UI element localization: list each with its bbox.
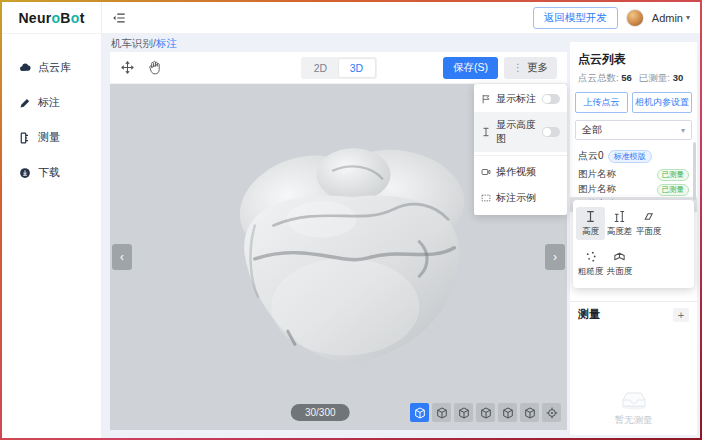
roughness-icon [584, 250, 597, 263]
cube-icon [502, 407, 514, 419]
add-measurement-button[interactable]: + [673, 308, 689, 322]
list-scrollbar[interactable] [693, 142, 696, 200]
viewer-toolbar: 2D 3D 保存(S) ⋮更多 [110, 52, 567, 84]
video-icon [481, 167, 491, 177]
cube-icon [436, 407, 448, 419]
sidebar-item-label: 点云库 [38, 60, 71, 75]
topbar-right: 返回模型开发 Admin▾ [533, 7, 690, 29]
menu-item-label: 标注示例 [496, 191, 536, 205]
view-cube-buttons [410, 403, 561, 422]
template-tag: 标准模版 [608, 150, 652, 163]
camera-intrinsics-button[interactable]: 相机内参设置 [632, 92, 692, 113]
top-bar: 返回模型开发 Admin▾ [102, 2, 700, 34]
image-counter: 30/300 [291, 404, 350, 421]
chevron-down-icon: ▾ [686, 13, 690, 22]
breadcrumb-current: 标注 [156, 37, 177, 49]
image-list-item[interactable]: 图片名称 已测量 [570, 182, 697, 197]
panel-title: 点云列表 [570, 42, 697, 72]
ruler-icon [19, 132, 31, 144]
main-column: 返回模型开发 Admin▾ 机车识别/标注 2D [102, 2, 700, 438]
workspace-column: 机车识别/标注 2D 3D 保存(S) [102, 34, 570, 438]
more-label: 更多 [527, 61, 548, 75]
menu-fold-icon[interactable] [112, 11, 126, 25]
height-icon [481, 127, 491, 137]
view-left-button[interactable] [476, 403, 495, 422]
sidebar-item-download[interactable]: 下载 [2, 155, 101, 190]
prev-image-arrow[interactable]: ‹ [112, 244, 132, 270]
tool-flatness[interactable]: 平面度 [634, 207, 663, 240]
user-menu[interactable]: Admin▾ [652, 12, 690, 24]
username: Admin [652, 12, 683, 24]
stat-total: 点云总数: 56 [578, 72, 632, 85]
menu-item-operation-video[interactable]: 操作视频 [474, 159, 567, 185]
tool-height-difference[interactable]: 高度差 [605, 207, 634, 240]
show-heightmap-toggle[interactable] [542, 127, 560, 137]
tooth-3d-model[interactable] [224, 132, 471, 371]
cube-icon [458, 407, 470, 419]
view-isometric-button[interactable] [410, 403, 429, 422]
logo-text: t [80, 10, 85, 26]
menu-item-label: 操作视频 [496, 165, 536, 179]
logo-text: Neur [18, 10, 51, 26]
measure-title: 测量 [578, 307, 600, 322]
empty-state: 暂无测量 [570, 327, 697, 435]
cube-icon [524, 407, 536, 419]
sidebar-item-label: 标注 [38, 95, 60, 110]
view-top-button[interactable] [520, 403, 539, 422]
image-list-item[interactable]: 图片名称 已测量 [570, 167, 697, 182]
locate-icon [546, 407, 558, 419]
menu-item-show-annotation[interactable]: 显示标注 [474, 86, 567, 112]
filter-select[interactable]: 全部 ▾ [575, 120, 692, 140]
brand-logo: NeuroBot [2, 2, 101, 34]
content-area: 机车识别/标注 2D 3D 保存(S) [102, 34, 700, 438]
logo-text: B [60, 10, 70, 26]
view-right-button[interactable] [498, 403, 517, 422]
frame-icon [481, 193, 491, 203]
logo-o-glyph: o [71, 10, 80, 26]
height-difference-icon [613, 210, 626, 223]
recenter-view-button[interactable] [542, 403, 561, 422]
logo-o-glyph: o [52, 10, 61, 26]
cloud-group-row[interactable]: 点云0 标准模版 [570, 147, 697, 167]
sidebar-item-measure[interactable]: 测量 [2, 120, 101, 155]
menu-item-label: 显示高度图 [496, 118, 537, 146]
avatar[interactable] [626, 9, 644, 27]
flatness-icon [642, 210, 655, 223]
sidebar: NeuroBot 点云库 标注 测量 下载 [2, 2, 102, 438]
tool-height[interactable]: 高度 [576, 207, 605, 240]
save-button[interactable]: 保存(S) [443, 57, 498, 79]
tab-2d[interactable]: 2D [303, 59, 339, 77]
toolbar-right: 保存(S) ⋮更多 [443, 57, 557, 79]
tool-roughness[interactable]: 粗糙度 [576, 247, 605, 280]
panel-stats: 点云总数: 56 已测量: 30 [570, 72, 697, 92]
move-tool-icon[interactable] [120, 60, 135, 75]
more-button[interactable]: ⋮更多 [504, 57, 557, 79]
pointcloud-panel: 点云列表 点云总数: 56 已测量: 30 上传点云 相机内参设置 全部 ▾ 点… [570, 42, 697, 435]
sidebar-item-pointcloud-library[interactable]: 点云库 [2, 50, 101, 85]
tab-3d[interactable]: 3D [339, 59, 375, 77]
toolbar-icons [120, 60, 162, 75]
menu-item-show-heightmap[interactable]: 显示高度图 [474, 112, 567, 152]
back-to-model-dev-button[interactable]: 返回模型开发 [533, 7, 618, 29]
cube-icon [480, 407, 492, 419]
status-badge: 已测量 [657, 169, 690, 181]
view-front-button[interactable] [432, 403, 451, 422]
menu-item-annotation-example[interactable]: 标注示例 [474, 185, 567, 211]
download-icon [19, 167, 31, 179]
show-annotation-toggle[interactable] [542, 94, 560, 104]
sidebar-item-label: 下载 [38, 165, 60, 180]
panel-buttons: 上传点云 相机内参设置 [570, 92, 697, 120]
coplanarity-icon [613, 250, 626, 263]
chevron-down-icon: ▾ [681, 126, 685, 135]
vertical-dots-icon: ⋮ [513, 62, 523, 73]
hand-tool-icon[interactable] [147, 60, 162, 75]
cloud-name: 点云0 [578, 149, 604, 163]
tool-coplanarity[interactable]: 共面度 [605, 247, 634, 280]
breadcrumb-parent[interactable]: 机车识别 [111, 37, 153, 49]
upload-pointcloud-button[interactable]: 上传点云 [575, 92, 628, 113]
next-image-arrow[interactable]: › [545, 244, 565, 270]
menu-divider [474, 155, 567, 156]
view-back-button[interactable] [454, 403, 473, 422]
sidebar-item-annotate[interactable]: 标注 [2, 85, 101, 120]
measure-tools-popup: 高度 高度差 平面度 粗糙度 [573, 200, 694, 288]
